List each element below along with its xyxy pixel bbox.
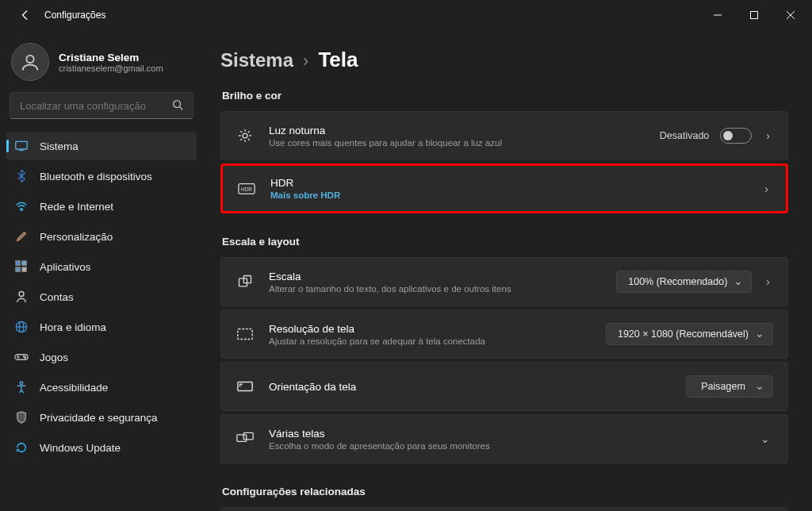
minimize-button[interactable] xyxy=(699,2,736,28)
avatar-icon xyxy=(19,51,41,73)
window-buttons xyxy=(699,2,809,28)
sidebar-item-network[interactable]: Rede e Internet xyxy=(6,192,197,221)
close-button[interactable] xyxy=(772,2,809,28)
sun-icon xyxy=(236,126,255,145)
breadcrumb-parent[interactable]: Sistema xyxy=(220,49,293,71)
svg-line-6 xyxy=(180,106,183,110)
chevron-right-icon[interactable]: › xyxy=(761,182,772,195)
bluetooth-icon xyxy=(14,169,29,183)
section-scale-heading: Escala e layout xyxy=(222,236,788,248)
sidebar-item-system[interactable]: Sistema xyxy=(6,132,197,160)
night-light-state: Desativado xyxy=(660,130,710,141)
chevron-right-icon[interactable]: › xyxy=(763,129,773,142)
svg-text:HDR: HDR xyxy=(241,186,252,191)
svg-rect-39 xyxy=(237,435,247,441)
night-light-title: Luz noturna xyxy=(269,125,660,136)
apps-icon xyxy=(14,259,29,274)
gamepad-icon xyxy=(14,350,29,364)
svg-point-21 xyxy=(23,355,25,357)
sidebar-item-accounts[interactable]: Contas xyxy=(6,282,197,311)
resolution-row[interactable]: Resolução de tela Ajustar a resolução pa… xyxy=(220,309,788,359)
multi-display-title: Várias telas xyxy=(269,428,757,440)
scale-sub: Alterar o tamanho do texto, dos aplicati… xyxy=(269,284,616,294)
advanced-display-row[interactable]: Exibição avançada Exibir informações, ta… xyxy=(220,507,788,511)
breadcrumb: Sistema › Tela xyxy=(220,48,788,72)
sidebar-item-privacy[interactable]: Privacidade e segurança xyxy=(6,403,197,432)
night-light-sub: Use cores mais quentes para ajudar a blo… xyxy=(269,138,660,148)
content: Sistema › Tela Brilho e cor Luz noturna … xyxy=(203,30,812,511)
orientation-dropdown[interactable]: Paisagem xyxy=(686,375,773,398)
multi-display-row[interactable]: Várias telas Escolha o modo de apresenta… xyxy=(220,414,788,463)
profile-block[interactable]: Cristiane Selem cristianeselem@gmail.com xyxy=(6,36,197,92)
multi-display-sub: Escolha o modo de apresentação para seus… xyxy=(269,441,757,451)
night-light-toggle[interactable] xyxy=(720,128,752,144)
scale-row[interactable]: Escala Alterar o tamanho do texto, dos a… xyxy=(220,257,788,306)
sidebar-item-label: Acessibilidade xyxy=(40,382,108,394)
search-box[interactable] xyxy=(10,92,193,119)
chevron-down-icon[interactable]: ⌄ xyxy=(757,432,773,445)
close-icon xyxy=(787,11,795,19)
sidebar-item-update[interactable]: Windows Update xyxy=(6,433,197,462)
brush-icon xyxy=(14,229,29,244)
sidebar-item-gaming[interactable]: Jogos xyxy=(6,343,197,371)
hdr-row[interactable]: HDR HDR Mais sobre HDR › xyxy=(220,163,788,213)
maximize-button[interactable] xyxy=(736,2,772,28)
sidebar-item-time[interactable]: Hora e idioma xyxy=(6,313,197,341)
scale-dropdown[interactable]: 100% (Recomendado) xyxy=(616,271,752,293)
orientation-title: Orientação da tela xyxy=(269,381,686,393)
orientation-row[interactable]: Orientação da tela Paisagem xyxy=(220,362,788,411)
svg-rect-7 xyxy=(16,141,27,149)
night-light-row[interactable]: Luz noturna Use cores mais quentes para … xyxy=(220,111,788,160)
svg-rect-13 xyxy=(22,267,26,271)
sidebar-item-label: Personalização xyxy=(40,231,113,243)
minimize-icon xyxy=(714,11,722,19)
profile-email: cristianeselem@gmail.com xyxy=(59,63,163,73)
svg-point-5 xyxy=(174,100,181,107)
svg-rect-12 xyxy=(16,267,20,271)
svg-point-23 xyxy=(20,382,23,385)
accessibility-icon xyxy=(14,380,29,394)
orientation-icon xyxy=(236,377,255,396)
section-brightness-heading: Brilho e cor xyxy=(222,90,788,102)
chevron-right-icon[interactable]: › xyxy=(763,275,773,288)
svg-point-14 xyxy=(19,291,24,296)
svg-rect-40 xyxy=(243,432,253,439)
sidebar-item-label: Windows Update xyxy=(40,442,121,454)
svg-rect-11 xyxy=(22,261,26,265)
sidebar-item-label: Contas xyxy=(40,291,74,303)
resolution-icon xyxy=(236,325,255,344)
sidebar-item-label: Sistema xyxy=(40,140,79,152)
resolution-dropdown[interactable]: 1920 × 1080 (Recomendável) xyxy=(606,323,773,345)
shield-icon xyxy=(14,410,29,425)
globe-icon xyxy=(14,320,29,334)
svg-rect-37 xyxy=(238,329,252,340)
scale-title: Escala xyxy=(269,271,616,282)
svg-point-4 xyxy=(26,56,33,63)
search-input[interactable] xyxy=(20,100,167,112)
maximize-icon xyxy=(750,11,758,19)
breadcrumb-current: Tela xyxy=(318,48,358,72)
section-related-heading: Configurações relacionadas xyxy=(222,486,788,498)
person-icon xyxy=(14,290,29,304)
search-icon xyxy=(172,99,183,113)
sidebar-item-label: Aplicativos xyxy=(40,261,91,273)
sidebar-item-label: Privacidade e segurança xyxy=(40,412,158,424)
sidebar: Cristiane Selem cristianeselem@gmail.com… xyxy=(0,30,203,511)
sidebar-item-label: Jogos xyxy=(40,352,68,363)
sidebar-item-personalization[interactable]: Personalização xyxy=(6,222,197,251)
svg-point-24 xyxy=(243,133,247,138)
sidebar-item-apps[interactable]: Aplicativos xyxy=(6,252,197,281)
profile-text: Cristiane Selem cristianeselem@gmail.com xyxy=(59,52,163,73)
profile-name: Cristiane Selem xyxy=(59,52,163,63)
resolution-title: Resolução de tela xyxy=(269,323,606,335)
svg-rect-35 xyxy=(239,279,247,286)
nav-list: SistemaBluetooth e dispositivosRede e In… xyxy=(6,132,197,462)
sidebar-item-accessibility[interactable]: Acessibilidade xyxy=(6,373,197,402)
svg-rect-10 xyxy=(16,261,20,265)
sidebar-item-bluetooth[interactable]: Bluetooth e dispositivos xyxy=(6,162,197,190)
hdr-link[interactable]: Mais sobre HDR xyxy=(270,190,761,200)
multi-display-icon xyxy=(236,429,255,448)
scale-icon xyxy=(236,272,255,291)
back-button[interactable] xyxy=(13,2,38,28)
svg-line-30 xyxy=(248,139,249,140)
